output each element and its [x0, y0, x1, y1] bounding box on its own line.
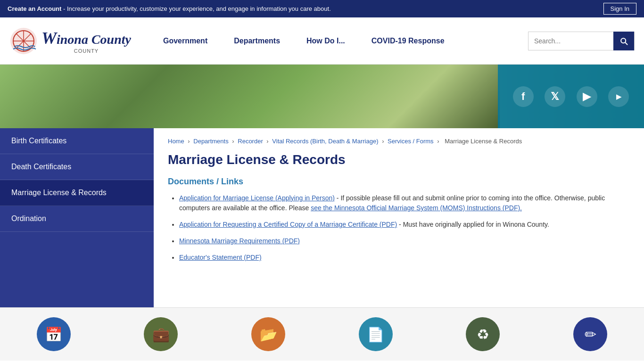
- nav-how-do-i[interactable]: How Do I...: [293, 33, 358, 49]
- twitter-icon[interactable]: 𝕏: [545, 86, 565, 107]
- top-banner: Create an Account - Increase your produc…: [0, 0, 644, 17]
- certified-copy-application-link[interactable]: Application for Requesting a Certified C…: [179, 221, 397, 228]
- sign-in-button[interactable]: Sign In: [603, 3, 636, 15]
- breadcrumb-departments[interactable]: Departments: [193, 138, 228, 145]
- doc-list-item-3: Minnesota Marriage Requirements (PDF): [179, 236, 630, 246]
- nav-covid[interactable]: COVID-19 Response: [358, 33, 458, 49]
- marriage-license-application-link[interactable]: Application for Marriage License (Applyi…: [179, 194, 335, 202]
- search-input[interactable]: [528, 37, 613, 45]
- sidebar-item-birth-certificates[interactable]: Birth Certificates: [0, 128, 154, 154]
- breadcrumb-home[interactable]: Home: [168, 138, 184, 145]
- doc-list-item-2: Application for Requesting a Certified C…: [179, 220, 630, 230]
- document-list: Application for Marriage License (Applyi…: [168, 193, 630, 263]
- more-social-icon[interactable]: ▶: [608, 86, 629, 107]
- breadcrumb-sep-2: ›: [266, 138, 270, 145]
- bottom-icon-circle-6: ✏: [573, 317, 607, 351]
- nav-government[interactable]: Government: [150, 33, 221, 49]
- page-title: Marriage License & Records: [168, 152, 630, 167]
- social-overlay: f 𝕏 ▶ ▶: [498, 65, 644, 128]
- breadcrumb: Home › Departments › Recorder › Vital Re…: [168, 138, 630, 145]
- bottom-icon-1[interactable]: 📅: [37, 317, 71, 351]
- sidebar-item-death-certificates[interactable]: Death Certificates: [0, 154, 154, 180]
- create-account-link[interactable]: Create an Account: [8, 5, 61, 12]
- breadcrumb-vital-records[interactable]: Vital Records (Birth, Death & Marriage): [272, 138, 378, 145]
- breadcrumb-current: Marriage License & Records: [445, 138, 522, 145]
- bottom-icon-6[interactable]: ✏: [573, 317, 607, 351]
- youtube-icon[interactable]: ▶: [577, 86, 597, 107]
- bottom-icon-3[interactable]: 📂: [251, 317, 285, 351]
- header: Winona County COUNTY Government Departme…: [0, 17, 644, 65]
- doc-list-item-1: Application for Marriage License (Applyi…: [179, 193, 630, 213]
- search-icon: [619, 36, 628, 46]
- bottom-icon-circle-1: 📅: [37, 317, 71, 351]
- doc-list-item-4: Educator's Statement (PDF): [179, 253, 630, 263]
- bottom-icon-4[interactable]: 📄: [359, 317, 393, 351]
- breadcrumb-services-forms[interactable]: Services / Forms: [388, 138, 434, 145]
- bottom-icon-circle-5: ♻: [466, 317, 500, 351]
- breadcrumb-sep-1: ›: [232, 138, 236, 145]
- bottom-icon-5[interactable]: ♻: [466, 317, 500, 351]
- hero-banner: f 𝕏 ▶ ▶: [0, 65, 644, 128]
- nav-departments[interactable]: Departments: [221, 33, 293, 49]
- bottom-icon-bar: 📅 💼 📂 📄 ♻ ✏: [0, 307, 644, 361]
- sidebar-item-marriage-license[interactable]: Marriage License & Records: [0, 180, 154, 206]
- search-area: [528, 32, 635, 50]
- banner-description: - Increase your productivity, customize …: [61, 5, 330, 12]
- logo-subtext: COUNTY: [41, 48, 131, 54]
- main-nav: Government Departments How Do I... COVID…: [150, 33, 528, 49]
- sidebar: Birth Certificates Death Certificates Ma…: [0, 128, 154, 307]
- section-title: Documents / Links: [168, 177, 630, 187]
- breadcrumb-recorder[interactable]: Recorder: [238, 138, 263, 145]
- banner-text: Create an Account - Increase your produc…: [8, 5, 331, 12]
- breadcrumb-sep-0: ›: [188, 138, 191, 145]
- sidebar-item-ordination[interactable]: Ordination: [0, 206, 154, 232]
- hero-background: [0, 65, 500, 128]
- content-wrapper: Birth Certificates Death Certificates Ma…: [0, 128, 644, 307]
- bottom-icon-circle-3: 📂: [251, 317, 285, 351]
- bottom-icon-2[interactable]: 💼: [144, 317, 178, 351]
- logo-area: Winona County COUNTY: [9, 27, 131, 55]
- logo-text: Winona County: [41, 28, 131, 48]
- doc-item-2-text: - Must have originally applied for in Wi…: [397, 221, 549, 228]
- educators-statement-link[interactable]: Educator's Statement (PDF): [179, 254, 262, 261]
- main-content: Home › Departments › Recorder › Vital Re…: [154, 128, 644, 307]
- mn-marriage-requirements-link[interactable]: Minnesota Marriage Requirements (PDF): [179, 237, 300, 245]
- logo-icon: [9, 27, 38, 55]
- bottom-icon-circle-2: 💼: [144, 317, 178, 351]
- breadcrumb-sep-3: ›: [382, 138, 386, 145]
- facebook-icon[interactable]: f: [513, 86, 534, 107]
- moms-instructions-link[interactable]: see the Minnesota Official Marriage Syst…: [311, 204, 522, 212]
- search-button[interactable]: [613, 32, 634, 50]
- breadcrumb-sep-4: ›: [437, 138, 441, 145]
- bottom-icon-circle-4: 📄: [359, 317, 393, 351]
